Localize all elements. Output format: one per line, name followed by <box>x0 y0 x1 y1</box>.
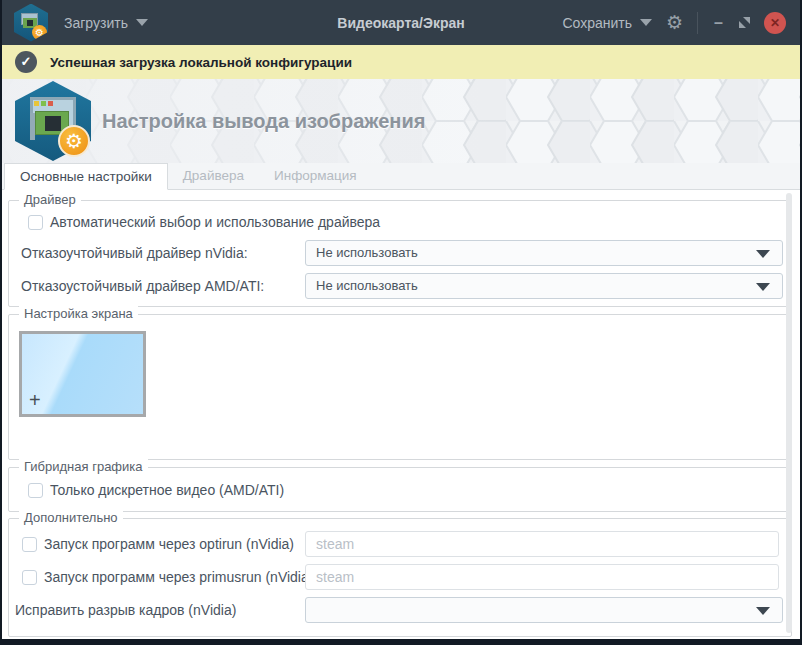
add-display-icon[interactable]: + <box>29 389 41 412</box>
group-driver-legend: Драйвер <box>19 192 81 207</box>
amd-failsafe-select[interactable]: Не использовать <box>305 273 783 299</box>
primusrun-checkbox[interactable] <box>22 570 37 585</box>
display-preview[interactable]: + <box>19 331 146 417</box>
notification-bar: ✓ Успешная загрузка локальной конфигурац… <box>2 45 800 79</box>
optirun-command-input[interactable] <box>305 531 779 557</box>
window-dot-icon <box>48 101 53 106</box>
primusrun-command-input[interactable] <box>305 564 779 590</box>
titlebar-separator <box>697 12 698 34</box>
group-additional: Дополнительно Запуск программ через opti… <box>8 518 792 637</box>
amd-failsafe-label: Отказоустойчивый драйвер AMD/ATI: <box>21 273 264 299</box>
auto-driver-checkbox[interactable] <box>28 215 43 230</box>
discrete-video-label: Только дискретное видео (AMD/ATI) <box>50 482 284 498</box>
chevron-down-icon <box>136 19 148 26</box>
app-icon: ⚙ <box>14 4 48 42</box>
minimize-button[interactable]: – <box>712 15 725 31</box>
group-driver: Драйвер Автоматический выбор и использов… <box>8 200 792 307</box>
group-screen-legend: Настройка экрана <box>19 306 138 321</box>
page-title: Настройка вывода изображения <box>102 110 425 133</box>
tab-general-settings[interactable]: Основные настройки <box>4 163 168 190</box>
resize-icon <box>739 17 750 28</box>
chip-icon <box>45 116 61 131</box>
optirun-checkbox[interactable] <box>22 537 37 552</box>
optirun-checkbox-row[interactable]: Запуск программ через optirun (nVidia) <box>22 536 294 552</box>
vertical-scrollbar[interactable] <box>786 193 792 633</box>
load-menu-label: Загрузить <box>64 15 128 31</box>
auto-driver-label: Автоматический выбор и использование дра… <box>50 214 380 230</box>
window-dot-icon <box>34 101 39 106</box>
header-banner: ⚙ Настройка вывода изображения <box>2 79 800 163</box>
check-circle-icon: ✓ <box>15 51 37 73</box>
group-screen-setup: Настройка экрана + <box>8 314 792 460</box>
titlebar: ⚙ Загрузить Видеокарта/Экран Сохранить ⚙… <box>2 0 800 45</box>
save-menu-button[interactable]: Сохранить <box>562 15 652 31</box>
dropdown-arrow-icon <box>756 250 770 258</box>
load-menu-button[interactable]: Загрузить <box>64 15 148 31</box>
app-window: ⚙ Загрузить Видеокарта/Экран Сохранить ⚙… <box>0 0 802 645</box>
group-hybrid-graphics: Гибридная графика Только дискретное виде… <box>8 467 792 512</box>
notification-text: Успешная загрузка локальной конфигурации <box>50 55 352 70</box>
primusrun-checkbox-row[interactable]: Запуск программ через primusrun (nVidia) <box>22 569 313 585</box>
tab-drivers[interactable]: Драйвера <box>168 162 259 189</box>
nvidia-failsafe-value: Не использовать <box>316 245 418 260</box>
tab-bar: Основные настройки Драйвера Информация <box>2 163 800 190</box>
amd-failsafe-value: Не использовать <box>316 278 418 293</box>
discrete-video-checkbox-row[interactable]: Только дискретное видео (AMD/ATI) <box>28 482 284 498</box>
auto-driver-checkbox-row[interactable]: Автоматический выбор и использование дра… <box>28 214 380 230</box>
tearing-fix-label: Исправить разрыв кадров (nVidia) <box>15 597 236 623</box>
close-button[interactable]: ✕ <box>764 12 786 34</box>
dropdown-arrow-icon <box>756 607 770 615</box>
nvidia-failsafe-select[interactable]: Не использовать <box>305 240 783 266</box>
settings-gear-icon[interactable]: ⚙ <box>666 13 683 32</box>
tab-information[interactable]: Информация <box>259 162 372 189</box>
primusrun-label: Запуск программ через primusrun (nVidia) <box>44 569 313 585</box>
nvidia-failsafe-label: Отказоучтойчивый драйвер nVidia: <box>21 240 248 266</box>
chip-icon <box>27 20 33 26</box>
window-dot-icon <box>41 101 46 106</box>
group-additional-legend: Дополнительно <box>19 510 123 525</box>
gear-badge-icon: ⚙ <box>58 125 90 157</box>
optirun-label: Запуск программ через optirun (nVidia) <box>44 536 294 552</box>
discrete-video-checkbox[interactable] <box>28 483 43 498</box>
tearing-fix-select[interactable] <box>305 597 783 623</box>
main-content: Драйвер Автоматический выбор и использов… <box>2 190 800 639</box>
dropdown-arrow-icon <box>756 283 770 291</box>
maximize-button[interactable] <box>739 17 750 28</box>
group-hybrid-legend: Гибридная графика <box>19 459 148 474</box>
gear-badge-icon: ⚙ <box>32 25 47 40</box>
save-menu-label: Сохранить <box>562 15 632 31</box>
chevron-down-icon <box>640 19 652 26</box>
